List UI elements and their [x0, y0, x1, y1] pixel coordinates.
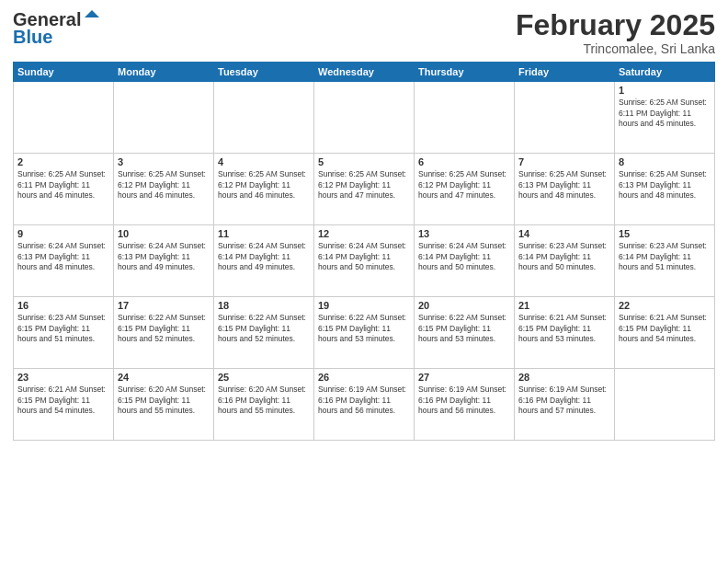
day-number: 10: [118, 228, 210, 239]
table-row: [214, 82, 314, 154]
table-row: 10Sunrise: 6:24 AM Sunset: 6:13 PM Dayli…: [114, 225, 214, 297]
day-info: Sunrise: 6:24 AM Sunset: 6:14 PM Dayligh…: [318, 241, 410, 272]
table-row: 16Sunrise: 6:23 AM Sunset: 6:15 PM Dayli…: [14, 297, 114, 369]
day-info: Sunrise: 6:20 AM Sunset: 6:16 PM Dayligh…: [218, 385, 310, 416]
day-info: Sunrise: 6:22 AM Sunset: 6:15 PM Dayligh…: [318, 313, 410, 344]
day-info: Sunrise: 6:19 AM Sunset: 6:16 PM Dayligh…: [518, 385, 610, 416]
title-block: February 2025 Trincomalee, Sri Lanka: [516, 9, 715, 56]
day-info: Sunrise: 6:22 AM Sunset: 6:15 PM Dayligh…: [418, 313, 510, 344]
day-info: Sunrise: 6:25 AM Sunset: 6:13 PM Dayligh…: [619, 169, 711, 201]
table-row: 24Sunrise: 6:20 AM Sunset: 6:15 PM Dayli…: [114, 369, 214, 441]
location-subtitle: Trincomalee, Sri Lanka: [516, 41, 715, 56]
table-row: 9Sunrise: 6:24 AM Sunset: 6:13 PM Daylig…: [14, 225, 114, 297]
day-info: Sunrise: 6:24 AM Sunset: 6:14 PM Dayligh…: [418, 241, 510, 272]
table-row: 25Sunrise: 6:20 AM Sunset: 6:16 PM Dayli…: [214, 369, 314, 441]
logo-blue: Blue: [13, 27, 52, 48]
table-row: 14Sunrise: 6:23 AM Sunset: 6:14 PM Dayli…: [515, 225, 615, 297]
day-number: 13: [418, 228, 510, 239]
calendar-table: Sunday Monday Tuesday Wednesday Thursday…: [13, 62, 715, 441]
day-number: 27: [418, 372, 510, 383]
day-number: 9: [17, 228, 109, 239]
day-info: Sunrise: 6:22 AM Sunset: 6:15 PM Dayligh…: [118, 313, 210, 344]
day-info: Sunrise: 6:25 AM Sunset: 6:12 PM Dayligh…: [418, 169, 510, 201]
calendar-week-0: 1Sunrise: 6:25 AM Sunset: 6:11 PM Daylig…: [14, 82, 715, 154]
day-number: 21: [518, 300, 610, 311]
day-number: 8: [619, 156, 711, 167]
day-number: 6: [418, 156, 510, 167]
table-row: 3Sunrise: 6:25 AM Sunset: 6:12 PM Daylig…: [114, 154, 214, 225]
day-info: Sunrise: 6:20 AM Sunset: 6:15 PM Dayligh…: [118, 385, 210, 416]
table-row: 18Sunrise: 6:22 AM Sunset: 6:15 PM Dayli…: [214, 297, 314, 369]
logo: General Blue: [13, 9, 101, 48]
day-info: Sunrise: 6:23 AM Sunset: 6:15 PM Dayligh…: [17, 313, 109, 344]
table-row: 21Sunrise: 6:21 AM Sunset: 6:15 PM Dayli…: [515, 297, 615, 369]
table-row: 27Sunrise: 6:19 AM Sunset: 6:16 PM Dayli…: [415, 369, 515, 441]
calendar-week-1: 2Sunrise: 6:25 AM Sunset: 6:11 PM Daylig…: [14, 154, 715, 225]
table-row: 26Sunrise: 6:19 AM Sunset: 6:16 PM Dayli…: [314, 369, 415, 441]
table-row: [615, 369, 715, 441]
col-wednesday: Wednesday: [314, 63, 415, 82]
table-row: 2Sunrise: 6:25 AM Sunset: 6:11 PM Daylig…: [14, 154, 114, 225]
day-number: 28: [518, 372, 610, 383]
day-number: 24: [118, 372, 210, 383]
day-number: 1: [619, 85, 711, 96]
table-row: 12Sunrise: 6:24 AM Sunset: 6:14 PM Dayli…: [314, 225, 415, 297]
day-number: 17: [118, 300, 210, 311]
logo-icon: [83, 8, 101, 27]
table-row: 11Sunrise: 6:24 AM Sunset: 6:14 PM Dayli…: [214, 225, 314, 297]
month-title: February 2025: [516, 9, 715, 41]
day-number: 18: [218, 300, 310, 311]
col-tuesday: Tuesday: [214, 63, 314, 82]
day-info: Sunrise: 6:19 AM Sunset: 6:16 PM Dayligh…: [418, 385, 510, 416]
day-info: Sunrise: 6:21 AM Sunset: 6:15 PM Dayligh…: [17, 385, 109, 416]
header: General Blue February 2025 Trincomalee, …: [13, 9, 715, 56]
col-saturday: Saturday: [615, 63, 715, 82]
day-number: 16: [17, 300, 109, 311]
col-thursday: Thursday: [415, 63, 515, 82]
table-row: 28Sunrise: 6:19 AM Sunset: 6:16 PM Dayli…: [515, 369, 615, 441]
day-info: Sunrise: 6:25 AM Sunset: 6:13 PM Dayligh…: [518, 169, 610, 201]
day-number: 2: [17, 156, 109, 167]
table-row: 7Sunrise: 6:25 AM Sunset: 6:13 PM Daylig…: [515, 154, 615, 225]
day-info: Sunrise: 6:25 AM Sunset: 6:12 PM Dayligh…: [118, 169, 210, 201]
table-row: 1Sunrise: 6:25 AM Sunset: 6:11 PM Daylig…: [615, 82, 715, 154]
day-info: Sunrise: 6:21 AM Sunset: 6:15 PM Dayligh…: [619, 313, 711, 344]
day-number: 19: [318, 300, 410, 311]
table-row: 17Sunrise: 6:22 AM Sunset: 6:15 PM Dayli…: [114, 297, 214, 369]
day-number: 23: [17, 372, 109, 383]
table-row: 6Sunrise: 6:25 AM Sunset: 6:12 PM Daylig…: [415, 154, 515, 225]
day-info: Sunrise: 6:25 AM Sunset: 6:11 PM Dayligh…: [17, 169, 109, 201]
day-number: 26: [318, 372, 410, 383]
day-number: 20: [418, 300, 510, 311]
day-number: 22: [619, 300, 711, 311]
col-friday: Friday: [515, 63, 615, 82]
calendar-week-3: 16Sunrise: 6:23 AM Sunset: 6:15 PM Dayli…: [14, 297, 715, 369]
col-sunday: Sunday: [14, 63, 114, 82]
table-row: 19Sunrise: 6:22 AM Sunset: 6:15 PM Dayli…: [314, 297, 415, 369]
day-info: Sunrise: 6:25 AM Sunset: 6:12 PM Dayligh…: [218, 169, 310, 201]
day-info: Sunrise: 6:22 AM Sunset: 6:15 PM Dayligh…: [218, 313, 310, 344]
table-row: 5Sunrise: 6:25 AM Sunset: 6:12 PM Daylig…: [314, 154, 415, 225]
day-number: 3: [118, 156, 210, 167]
day-info: Sunrise: 6:25 AM Sunset: 6:11 PM Dayligh…: [619, 98, 711, 129]
table-row: [14, 82, 114, 154]
day-number: 15: [619, 228, 711, 239]
day-info: Sunrise: 6:24 AM Sunset: 6:13 PM Dayligh…: [118, 241, 210, 272]
day-number: 5: [318, 156, 410, 167]
table-row: 23Sunrise: 6:21 AM Sunset: 6:15 PM Dayli…: [14, 369, 114, 441]
table-row: [415, 82, 515, 154]
table-row: 8Sunrise: 6:25 AM Sunset: 6:13 PM Daylig…: [615, 154, 715, 225]
day-number: 25: [218, 372, 310, 383]
col-monday: Monday: [114, 63, 214, 82]
day-number: 11: [218, 228, 310, 239]
day-number: 14: [518, 228, 610, 239]
day-info: Sunrise: 6:25 AM Sunset: 6:12 PM Dayligh…: [318, 169, 410, 201]
day-number: 12: [318, 228, 410, 239]
day-info: Sunrise: 6:19 AM Sunset: 6:16 PM Dayligh…: [318, 385, 410, 416]
table-row: 20Sunrise: 6:22 AM Sunset: 6:15 PM Dayli…: [415, 297, 515, 369]
table-row: [515, 82, 615, 154]
calendar-header-row: Sunday Monday Tuesday Wednesday Thursday…: [14, 63, 715, 82]
day-info: Sunrise: 6:21 AM Sunset: 6:15 PM Dayligh…: [518, 313, 610, 344]
page: General Blue February 2025 Trincomalee, …: [0, 0, 728, 563]
day-info: Sunrise: 6:24 AM Sunset: 6:14 PM Dayligh…: [218, 241, 310, 272]
